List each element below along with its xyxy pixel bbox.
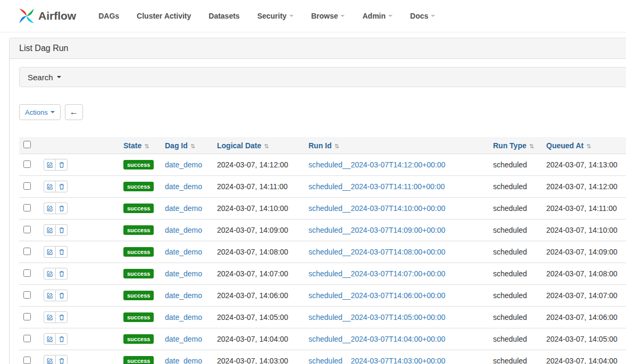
- row-checkbox[interactable]: [23, 357, 31, 364]
- run-id-link[interactable]: scheduled__2024-03-07T14:06:00+00:00: [308, 291, 445, 300]
- delete-button[interactable]: [55, 159, 68, 171]
- dag-id-link[interactable]: date_demo: [165, 313, 202, 321]
- row-checkbox[interactable]: [23, 160, 31, 168]
- edit-icon: [47, 162, 53, 168]
- run-id-link[interactable]: scheduled__2024-03-07T14:05:00+00:00: [308, 313, 445, 321]
- delete-button[interactable]: [55, 333, 68, 345]
- row-checkbox[interactable]: [23, 313, 31, 320]
- run-id-link[interactable]: scheduled__2024-03-07T14:07:00+00:00: [308, 269, 445, 278]
- run-id-link[interactable]: scheduled__2024-03-07T14:12:00+00:00: [308, 160, 445, 169]
- row-checkbox[interactable]: [23, 204, 31, 211]
- dag-id-link[interactable]: date_demo: [165, 269, 202, 278]
- run-id-cell: scheduled__2024-03-07T14:03:00+00:00: [304, 350, 489, 364]
- edit-button[interactable]: [44, 224, 56, 236]
- chevron-down-icon: [431, 15, 435, 17]
- nav-item[interactable]: Admin: [362, 12, 393, 20]
- column-header[interactable]: Dag Id⇅: [161, 137, 213, 154]
- queued-at-cell: 2024-03-07, 14:06:00: [542, 307, 626, 328]
- delete-button[interactable]: [55, 355, 68, 364]
- row-checkbox[interactable]: [23, 269, 31, 277]
- row-checkbox[interactable]: [23, 226, 31, 233]
- nav-item[interactable]: Browse: [311, 12, 345, 20]
- edit-button[interactable]: [44, 159, 56, 171]
- run-id-cell: scheduled__2024-03-07T14:07:00+00:00: [304, 263, 489, 285]
- column-header[interactable]: Run Id⇅: [304, 137, 489, 154]
- edit-button[interactable]: [44, 246, 56, 258]
- edit-button[interactable]: [44, 333, 56, 345]
- row-actions-cell: [39, 154, 119, 176]
- state-cell: success: [119, 307, 161, 328]
- table-row: success date_demo 2024-03-07, 14:08:00 s…: [19, 241, 626, 263]
- trash-icon: [59, 270, 65, 277]
- edit-button[interactable]: [44, 268, 56, 280]
- nav-item[interactable]: Datasets: [208, 12, 239, 20]
- row-select-cell: [19, 219, 39, 241]
- trash-icon: [59, 162, 65, 168]
- run-id-link[interactable]: scheduled__2024-03-07T14:11:00+00:00: [308, 182, 445, 191]
- run-id-link[interactable]: scheduled__2024-03-07T14:04:00+00:00: [308, 335, 445, 343]
- dag-id-link[interactable]: date_demo: [165, 357, 202, 364]
- chevron-down-icon: [340, 15, 345, 17]
- row-select-cell: [19, 154, 39, 176]
- actions-button-label: Actions: [25, 108, 48, 116]
- row-checkbox[interactable]: [23, 291, 31, 299]
- chevron-down-icon: [57, 76, 61, 78]
- delete-button[interactable]: [55, 268, 68, 280]
- logical-date-cell: 2024-03-07, 14:06:00: [213, 285, 304, 307]
- row-actions-group: [44, 333, 68, 345]
- search-toggle[interactable]: Search: [19, 67, 626, 87]
- column-header[interactable]: State⇅: [119, 137, 161, 154]
- trash-icon: [59, 183, 65, 190]
- edit-button[interactable]: [44, 311, 56, 323]
- nav-item[interactable]: Cluster Activity: [137, 12, 191, 20]
- column-header[interactable]: Run Type⇅: [489, 137, 542, 154]
- edit-button[interactable]: [44, 290, 56, 301]
- run-type-cell: scheduled: [489, 285, 542, 307]
- dag-id-link[interactable]: date_demo: [165, 204, 202, 213]
- sort-icon: ⇅: [190, 143, 195, 149]
- dag-id-link[interactable]: date_demo: [165, 226, 202, 234]
- delete-button[interactable]: [55, 202, 68, 214]
- state-cell: success: [119, 198, 161, 219]
- column-header[interactable]: Queued At⇅: [542, 137, 626, 154]
- actions-button[interactable]: Actions: [19, 104, 61, 120]
- dag-id-link[interactable]: date_demo: [165, 160, 202, 169]
- dag-id-link[interactable]: date_demo: [165, 182, 202, 191]
- row-actions-cell: [39, 263, 119, 285]
- nav-item[interactable]: DAGs: [98, 12, 119, 20]
- sort-icon: ⇅: [529, 143, 534, 149]
- delete-button[interactable]: [55, 181, 68, 192]
- edit-icon: [47, 336, 53, 342]
- table-row: success date_demo 2024-03-07, 14:04:00 s…: [19, 328, 626, 350]
- dag-id-link[interactable]: date_demo: [165, 291, 202, 300]
- trash-icon: [59, 227, 65, 233]
- run-id-link[interactable]: scheduled__2024-03-07T14:10:00+00:00: [308, 204, 445, 213]
- row-checkbox[interactable]: [23, 182, 31, 190]
- brand-link[interactable]: Airflow: [18, 7, 76, 25]
- delete-button[interactable]: [55, 246, 68, 258]
- logical-date-cell: 2024-03-07, 14:04:00: [213, 328, 304, 350]
- edit-button[interactable]: [44, 181, 56, 192]
- status-badge: success: [123, 312, 154, 322]
- back-button[interactable]: ←: [65, 104, 83, 120]
- run-id-link[interactable]: scheduled__2024-03-07T14:08:00+00:00: [308, 248, 445, 256]
- dag-id-link[interactable]: date_demo: [165, 248, 202, 256]
- row-checkbox[interactable]: [23, 335, 31, 342]
- edit-button[interactable]: [44, 355, 56, 364]
- logical-date-cell: 2024-03-07, 14:11:00: [213, 176, 304, 198]
- dag-id-cell: date_demo: [161, 307, 213, 328]
- row-checkbox[interactable]: [23, 248, 31, 255]
- column-header[interactable]: Logical Date⇅: [213, 137, 304, 154]
- delete-button[interactable]: [55, 224, 68, 236]
- dag-id-link[interactable]: date_demo: [165, 335, 202, 343]
- select-all-checkbox[interactable]: [23, 141, 31, 148]
- run-id-link[interactable]: scheduled__2024-03-07T14:03:00+00:00: [308, 357, 445, 364]
- chevron-down-icon: [289, 15, 294, 17]
- nav-item[interactable]: Docs: [410, 12, 435, 20]
- logical-date-cell: 2024-03-07, 14:12:00: [213, 154, 304, 176]
- run-id-link[interactable]: scheduled__2024-03-07T14:09:00+00:00: [308, 226, 445, 234]
- delete-button[interactable]: [55, 290, 68, 301]
- edit-button[interactable]: [44, 202, 56, 214]
- delete-button[interactable]: [55, 311, 68, 323]
- nav-item[interactable]: Security: [257, 12, 294, 20]
